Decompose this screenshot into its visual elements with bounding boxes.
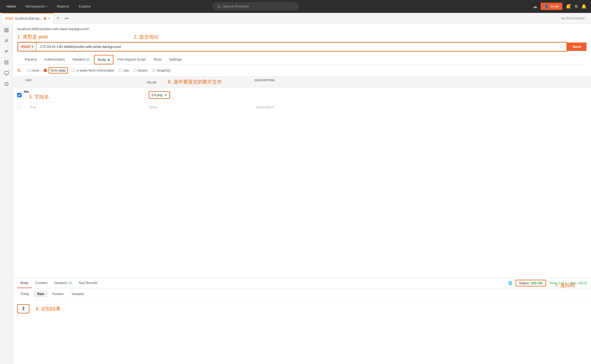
fmt-tab-pretty[interactable]: Pretty [17, 290, 33, 298]
url-input[interactable] [37, 42, 567, 51]
tab-settings[interactable]: Settings [166, 55, 185, 64]
file-remove-button[interactable]: ✕ [164, 93, 167, 97]
tab-tests[interactable]: Tests [150, 55, 165, 64]
tab-url: localhost:8081/pr... [15, 17, 42, 20]
empty-row-checkbox[interactable] [17, 105, 22, 109]
request-tab[interactable]: POST localhost:8081/pr... ✕ [2, 13, 54, 24]
response-panel: Body Cookies Headers (5) Test Results 🌐 … [13, 278, 591, 364]
fmt-tab-preview[interactable]: Preview [48, 290, 67, 298]
radio-none[interactable]: none [27, 68, 39, 72]
key-column-header: KEY [17, 79, 147, 85]
svg-line-1 [220, 7, 220, 8]
send-button[interactable]: Send [567, 43, 586, 51]
fmt-tab-visualize[interactable]: Visualize [68, 290, 88, 298]
file-tag: 3-0.png ✕ [149, 91, 170, 99]
alerts-button[interactable]: 🔔 [581, 4, 587, 9]
sidebar-nav-icon[interactable] [2, 26, 11, 34]
new-tab-button[interactable]: + [54, 15, 62, 21]
tab-headers[interactable]: Headers(8) [69, 55, 93, 64]
sidebar-user-icon[interactable] [2, 37, 11, 45]
main-layout: localhost:8081/predict-with-black-backgr… [0, 24, 591, 364]
notifications-button[interactable]: 🔔 [566, 4, 571, 9]
radio-raw[interactable]: raw [119, 68, 129, 72]
radio-urlencoded-dot [72, 69, 76, 72]
response-content: 3 8. 识别结果 [13, 300, 591, 364]
status-badge: Status: 200 OK [516, 280, 546, 286]
svg-rect-4 [5, 31, 6, 32]
kv-table-header: KEY VALUE 6. 选中要提交的图片文件 DESCRIPTION [13, 76, 591, 88]
resp-tab-test-results[interactable]: Test Results [75, 278, 101, 288]
top-navigation: Home Workspaces ▾ Reports Explore Search… [0, 0, 591, 13]
tab-close-button[interactable]: ✕ [48, 17, 50, 20]
response-time: Time: 2.01 s [549, 281, 567, 285]
value-column-header: VALUE [147, 81, 156, 84]
svg-point-7 [5, 61, 8, 62]
annotation-4: 4. [17, 68, 21, 73]
invite-button[interactable]: 👤 Invite [541, 3, 562, 10]
tab-params[interactable]: Params [22, 55, 40, 64]
response-format-tabs: Pretty Raw Preview Visualize [13, 288, 591, 300]
resp-tab-body[interactable]: Body [17, 278, 32, 288]
row-checkbox[interactable] [17, 93, 22, 97]
svg-rect-3 [7, 28, 8, 30]
annotation-2: 2. 提交地址 [134, 34, 159, 40]
method-selector[interactable]: POST ▾ [18, 42, 37, 51]
resp-tab-headers[interactable]: Headers (5) [51, 278, 75, 288]
tab-authorization[interactable]: Authorization [41, 55, 68, 64]
value-cell: 3-0.png ✕ [149, 91, 256, 99]
nav-right-actions: ☁ 👤 Invite 🔔 ⚙ 🔔 [533, 3, 587, 10]
file-name: 3-0.png [151, 93, 162, 97]
radio-binary-dot [133, 69, 137, 72]
annotation-8: 8. 识别结果 [36, 306, 61, 312]
table-row: 5. 字段名 3-0.png ✕ [13, 88, 591, 103]
kv-table: KEY VALUE 6. 选中要提交的图片文件 DESCRIPTION 5. 字… [13, 76, 591, 278]
fmt-tab-raw[interactable]: Raw [34, 290, 47, 298]
nav-explore[interactable]: Explore [77, 3, 93, 9]
search-bar[interactable]: Search Postman [213, 2, 299, 10]
environment-label: No Environment [561, 16, 589, 20]
radio-form-data[interactable]: form-data [44, 67, 68, 74]
sidebar-collection-icon[interactable] [2, 47, 11, 56]
body-type-row: 4. none form-data x-www-form-urlencoded … [13, 65, 591, 76]
empty-desc-cell[interactable]: Description [256, 105, 587, 109]
radio-graphql-dot [152, 69, 155, 72]
value-placeholder: Value [149, 105, 157, 109]
nav-reports[interactable]: Reports [55, 3, 71, 9]
search-placeholder: Search Postman [223, 4, 249, 8]
svg-rect-8 [4, 71, 8, 74]
key-placeholder: Key [30, 105, 36, 109]
search-icon [217, 5, 221, 8]
radio-urlencoded[interactable]: x-www-form-urlencoded [72, 68, 114, 72]
sidebar-history-icon[interactable] [2, 80, 11, 88]
response-meta: 🌐 Status: 200 OK Time: 2.01 s Size: 165 … [508, 280, 587, 286]
svg-point-0 [217, 5, 220, 7]
resp-tab-cookies[interactable]: Cookies [32, 278, 51, 288]
nav-workspaces[interactable]: Workspaces ▾ [23, 3, 49, 9]
response-result: 3 [17, 304, 29, 313]
empty-key-cell[interactable]: Key [24, 105, 149, 109]
radio-none-dot [27, 69, 30, 72]
key-input[interactable] [24, 90, 149, 94]
radio-graphql[interactable]: GraphQL [152, 68, 171, 72]
empty-value-cell[interactable]: Value [149, 105, 256, 109]
sidebar [0, 24, 13, 364]
cloud-icon: ☁ [533, 4, 537, 9]
chevron-down-icon: ▾ [46, 5, 47, 8]
radio-binary[interactable]: binary [133, 68, 148, 72]
breadcrumb: localhost:8081/predict-with-black-backgr… [17, 27, 587, 31]
svg-rect-2 [5, 28, 6, 30]
person-add-icon: 👤 [544, 4, 549, 8]
annotation-6: 6. 选中要提交的图片文件 [168, 79, 222, 85]
sidebar-monitor-icon[interactable] [2, 69, 11, 78]
more-tabs-button[interactable]: ••• [62, 16, 71, 20]
body-active-dot [108, 59, 110, 61]
method-label: POST [21, 45, 31, 49]
request-tabs: Params Authorization Headers(8) Body Pre… [17, 55, 587, 65]
settings-button[interactable]: ⚙ [574, 4, 578, 9]
tab-body[interactable]: Body [94, 55, 113, 64]
radio-form-data-dot [44, 69, 47, 72]
sidebar-database-icon[interactable] [2, 58, 11, 67]
tab-pre-request[interactable]: Pre-request Script [114, 55, 149, 64]
desc-placeholder: Description [256, 105, 274, 109]
nav-home[interactable]: Home [4, 3, 18, 9]
